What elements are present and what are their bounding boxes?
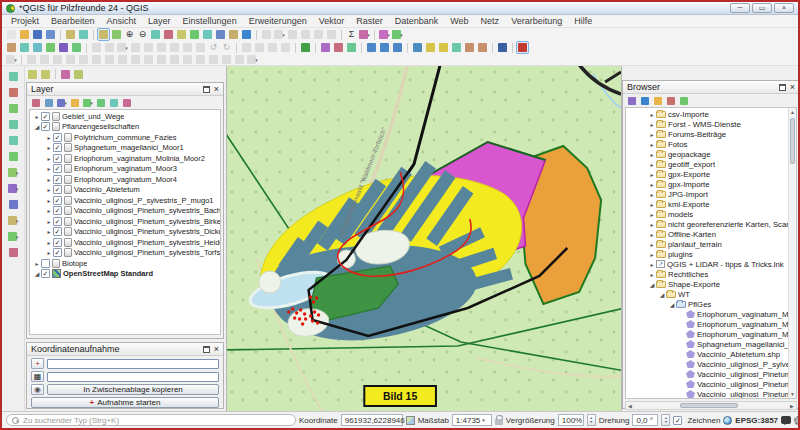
collapsed-icon[interactable]: ▸ (648, 251, 656, 258)
collapsed-icon[interactable]: ▸ (45, 239, 53, 246)
browser-item-vaccinio-uliginosi-p-sylvestris-p[interactable]: Vaccinio_uliginosi_P_sylvestris_P_ (626, 359, 796, 369)
browser-item-vaccinio-abietetum-shp[interactable]: Vaccinio_Abietetum.shp (626, 349, 796, 359)
collapsed-icon[interactable]: ▸ (648, 231, 656, 238)
table-grid-icon[interactable] (6, 246, 21, 259)
browser-item-geotiff-export[interactable]: ▸geotiff_export (626, 159, 796, 169)
collapsed-icon[interactable]: ▸ (648, 121, 656, 128)
collapsed-icon[interactable]: ▸ (648, 211, 656, 218)
zoom-last-icon[interactable] (188, 28, 201, 41)
coordinate-field-crs[interactable] (47, 359, 219, 369)
menu-layer[interactable]: Layer (142, 16, 177, 26)
coordinate-capture-icon[interactable] (516, 41, 529, 54)
show-bookmarks-icon[interactable] (227, 28, 240, 41)
add-selected-layers-icon[interactable] (626, 95, 638, 107)
add-raster-layer-icon[interactable] (6, 86, 21, 99)
add-vector-layer-icon[interactable] (6, 150, 21, 163)
plugin-builder-icon[interactable] (299, 41, 312, 54)
zoom-to-selection-icon[interactable] (162, 28, 175, 41)
zoom-next-icon[interactable] (201, 28, 214, 41)
browser-item-gpx-importe[interactable]: ▸gpx-Importe (626, 179, 796, 189)
coordinate-input[interactable]: 961932,6228946 (341, 414, 403, 426)
expanded-icon[interactable]: ◢ (668, 301, 676, 308)
collapsed-icon[interactable]: ▸ (648, 131, 656, 138)
layer-visibility-checkbox[interactable]: ✓ (53, 217, 62, 226)
crs-status[interactable]: EPSG:3857 (735, 416, 778, 425)
menu-hilfe[interactable]: Hilfe (568, 16, 598, 26)
scroll-down-icon[interactable]: ▼ (789, 390, 796, 398)
python-console-icon[interactable] (411, 41, 424, 54)
refresh-map-icon[interactable] (240, 28, 253, 41)
expanded-icon[interactable]: ◢ (33, 270, 41, 277)
menu-web[interactable]: Web (444, 16, 474, 26)
zoom-out-icon[interactable]: ⊖ (136, 28, 149, 41)
data-source-manager-icon[interactable] (6, 70, 21, 83)
start-capture-button[interactable]: +Aufnahme starten (31, 397, 219, 408)
layer-visibility-checkbox[interactable] (41, 259, 50, 268)
browser-item-rechtliches[interactable]: ▸Rechtliches (626, 269, 796, 279)
menu-vektor[interactable]: Vektor (313, 16, 351, 26)
close-button[interactable]: × (774, 3, 794, 13)
map-snapshot-icon[interactable] (72, 68, 85, 81)
add-wfs-icon[interactable]: ▾ (6, 214, 21, 227)
scroll-thumb[interactable] (680, 403, 738, 408)
menu-verarbeitung[interactable]: Verarbeitung (505, 16, 568, 26)
menu-ansicht[interactable]: Ansicht (101, 16, 143, 26)
browser-item-vaccinio-uliginosi-pinetum-sylve[interactable]: Vaccinio_uliginosi_Pinetum_sylve (626, 369, 796, 379)
project-open-icon[interactable] (18, 28, 31, 41)
layer-visibility-checkbox[interactable]: ✓ (53, 196, 62, 205)
layer-visibility-checkbox[interactable]: ✓ (53, 143, 62, 152)
layer-item-eriophorum-vaginatum-moor4[interactable]: ▸✓Eriophorum_vaginatum_Moor4 (30, 174, 220, 185)
close-panel-icon[interactable]: × (214, 346, 219, 353)
collapsed-icon[interactable]: ▸ (33, 260, 41, 267)
expanded-icon[interactable]: ◢ (33, 123, 41, 130)
collapsed-icon[interactable]: ▸ (45, 155, 53, 162)
identify-raster-icon[interactable] (391, 41, 404, 54)
layer-item-vaccinio-uliginosi-pinetum-sylvestris-heidestadium[interactable]: ▸✓Vaccinio_uliginosi_Pinetum_sylvestris_… (30, 237, 220, 248)
qtiles-icon[interactable] (450, 41, 463, 54)
browser-item-offline-karten[interactable]: ▸Offline-Karten (626, 229, 796, 239)
float-panel-icon[interactable] (779, 84, 786, 91)
browser-item-qgis-lidar-tipps-tricks-lnk[interactable]: ▸↗QGIS + LIDAR - tipps & Tricks.lnk (626, 259, 796, 269)
kml-export-icon[interactable] (424, 41, 437, 54)
layer-visibility-checkbox[interactable]: ✓ (41, 269, 50, 278)
expanded-icon[interactable]: ◢ (658, 291, 666, 298)
lock-scale-icon[interactable] (495, 419, 503, 425)
crs-globe-icon[interactable] (723, 416, 732, 425)
render-checkbox[interactable]: ✓ (673, 416, 682, 425)
browser-item-vaccinio-uliginosi-pinetum-sylve[interactable]: Vaccinio_uliginosi_Pinetum_sylve (626, 389, 796, 399)
zoom-in-icon[interactable]: ⊕ (123, 28, 136, 41)
filter-legend-expression-icon[interactable]: ▾ (82, 97, 94, 109)
toggle-extents-icon[interactable] (406, 416, 415, 425)
collapsed-icon[interactable]: ▸ (45, 249, 53, 256)
collapse-all-browser-icon[interactable] (665, 95, 677, 107)
layer-visibility-checkbox[interactable]: ✓ (41, 122, 50, 131)
magnifier-input[interactable]: 100% (558, 414, 584, 426)
rotation-spinner[interactable]: ▴▾ (661, 414, 670, 426)
scroll-right-icon[interactable]: ▶ (788, 402, 796, 409)
remove-layer-group-icon[interactable] (121, 97, 133, 109)
rotation-input[interactable]: 0,0 ° (632, 414, 658, 426)
browser-item-jpg-import[interactable]: ▸JPG-Import (626, 189, 796, 199)
zoom-to-layer-icon[interactable] (175, 28, 188, 41)
collapsed-icon[interactable]: ▸ (648, 241, 656, 248)
add-wcs-icon[interactable] (6, 198, 21, 211)
layer-item-pflanzengesellschaften[interactable]: ◢✓Pflanzengesellschaften (30, 122, 220, 133)
add-delimited-text-icon[interactable] (6, 118, 21, 131)
title-bar[interactable]: *QGIS für Pilzfreunde 24 - QGIS ─ ▭ × (2, 2, 798, 15)
layer-item-vaccinio-uliginosi-pinetum-sylvestris-birkendominanz[interactable]: ▸✓Vaccinio_uliginosi_Pinetum_sylvestris_… (30, 216, 220, 227)
add-postgis-icon[interactable]: ▾ (6, 166, 21, 179)
menu-erweiterungen[interactable]: Erweiterungen (243, 16, 313, 26)
menu-datenbank[interactable]: Datenbank (389, 16, 445, 26)
browser-item-eriophorum-vaginatum-molinia[interactable]: Eriophorum_vaginatum_Molinia_ (626, 309, 796, 319)
layer-item-openstreetmap-standard[interactable]: ◢✓OpenStreetMap Standard (30, 269, 220, 280)
refresh-browser-icon[interactable] (639, 95, 651, 107)
add-spatialite-icon[interactable] (6, 134, 21, 147)
collapsed-icon[interactable]: ▸ (45, 134, 53, 141)
collapsed-icon[interactable]: ▸ (45, 144, 53, 151)
messages-icon[interactable] (781, 416, 791, 424)
collapsed-icon[interactable]: ▸ (648, 111, 656, 118)
layer-item-eriophorum-vaginatum-molinia-moor2[interactable]: ▸✓Eriophorum_vaginatum_Molinia_Moor2 (30, 153, 220, 164)
new-bookmark-icon[interactable] (214, 28, 227, 41)
tile-grid-1-icon[interactable] (463, 41, 476, 54)
browser-item-plugins[interactable]: ▸plugins (626, 249, 796, 259)
